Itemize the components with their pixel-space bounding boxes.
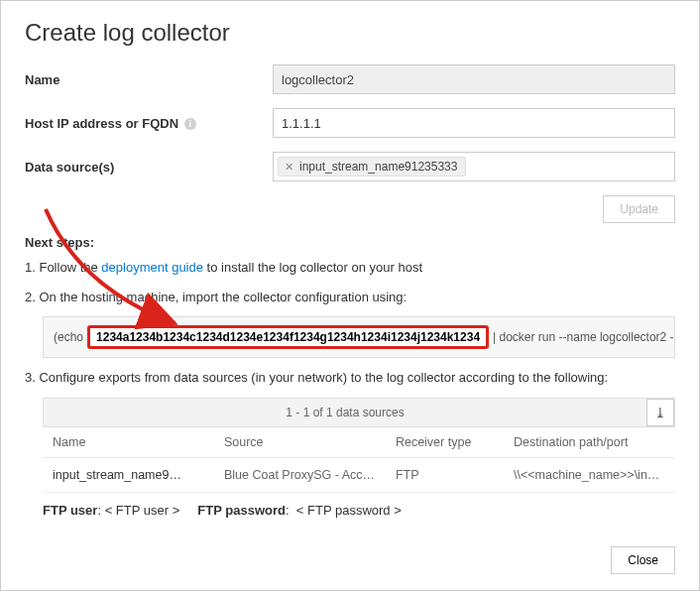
table-summary-bar: 1 - 1 of 1 data sources ⤓ <box>43 398 675 427</box>
data-sources-table: Name Source Receiver type Destination pa… <box>43 427 675 493</box>
create-log-collector-dialog: Create log collector Name Host IP addres… <box>0 0 700 591</box>
ftp-user-label: FTP user <box>43 503 97 518</box>
col-source[interactable]: Source <box>214 427 386 458</box>
name-input[interactable] <box>273 64 675 94</box>
col-name[interactable]: Name <box>43 427 214 458</box>
command-box: (echo 1234a1234b1234c1234d1234e1234f1234… <box>43 316 675 358</box>
data-source-tag[interactable]: ✕ input_stream_name91235333 <box>278 157 466 177</box>
table-summary-text: 1 - 1 of 1 data sources <box>44 406 646 419</box>
credentials-line: FTP user: < FTP user > FTP password: < F… <box>43 503 675 518</box>
data-sources-table-wrap: 1 - 1 of 1 data sources ⤓ Name Source Re… <box>43 398 675 493</box>
tag-label: input_stream_name91235333 <box>299 160 457 174</box>
ftp-password-label: FTP password <box>197 503 286 518</box>
name-row: Name <box>25 64 675 94</box>
cmd-prefix: (echo <box>54 330 83 344</box>
deployment-guide-link[interactable]: deployment guide <box>101 260 203 275</box>
host-label-text: Host IP address or FQDN <box>25 116 178 131</box>
cell-receiver: FTP <box>386 457 504 492</box>
download-icon[interactable]: ⤓ <box>646 399 674 426</box>
step1-suffix: to install the log collector on your hos… <box>203 260 422 275</box>
step-2: 2. On the hosting machine, import the co… <box>25 288 675 307</box>
col-dest[interactable]: Destination path/port <box>504 427 675 458</box>
col-receiver[interactable]: Receiver type <box>386 427 504 458</box>
info-icon[interactable]: i <box>184 118 196 130</box>
cell-dest: \\<<machine_name>>\input_stre… <box>504 457 675 492</box>
next-steps-title: Next steps: <box>25 235 675 250</box>
update-row: Update <box>25 195 675 223</box>
data-source-field[interactable]: ✕ input_stream_name91235333 <box>273 152 675 181</box>
data-source-row: Data source(s) ✕ input_stream_name912353… <box>25 152 675 181</box>
host-input[interactable] <box>273 108 675 138</box>
ftp-user-value: < FTP user > <box>105 503 180 518</box>
host-row: Host IP address or FQDN i <box>25 108 675 138</box>
tag-remove-icon[interactable]: ✕ <box>285 161 293 174</box>
step1-prefix: 1. Follow the <box>25 260 101 275</box>
data-source-label: Data source(s) <box>25 160 273 175</box>
dialog-footer: Close <box>611 546 675 574</box>
step-1: 1. Follow the deployment guide to instal… <box>25 258 675 278</box>
update-button[interactable]: Update <box>603 195 675 223</box>
cell-source: Blue Coat ProxySG - Access l… <box>214 457 386 492</box>
ftp-password-value: < FTP password > <box>296 503 402 518</box>
step-3: 3. Configure exports from data sources (… <box>25 368 675 388</box>
table-header-row: Name Source Receiver type Destination pa… <box>43 427 675 458</box>
close-button[interactable]: Close <box>611 546 675 574</box>
table-row[interactable]: input_stream_name9… Blue Coat ProxySG - … <box>43 457 675 492</box>
dialog-title: Create log collector <box>25 19 675 47</box>
cell-name: input_stream_name9… <box>43 457 214 492</box>
name-label: Name <box>25 72 273 87</box>
cmd-suffix: | docker run --name logcollector2 -p 21:… <box>493 330 675 344</box>
host-label: Host IP address or FQDN i <box>25 116 273 131</box>
cmd-token-highlighted: 1234a1234b1234c1234d1234e1234f1234g1234h… <box>87 325 489 349</box>
